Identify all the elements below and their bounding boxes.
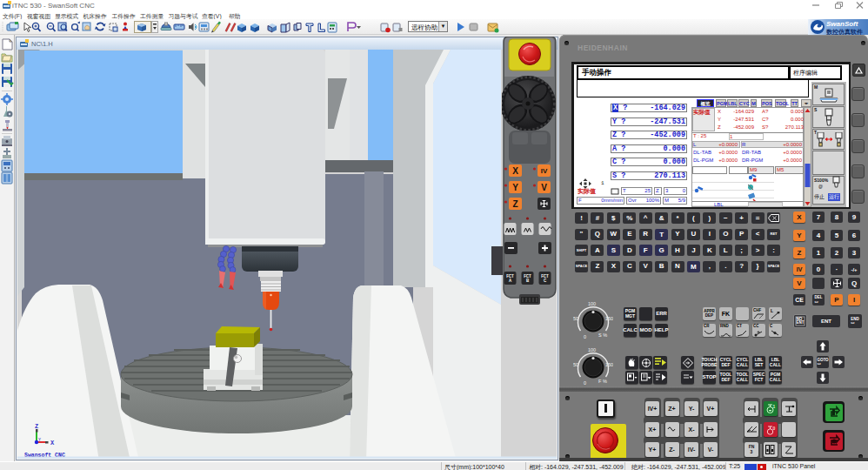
svg-text:100: 100 [588,347,596,352]
svg-text:FCT: FCT [524,274,531,279]
svg-text:FCT: FCT [541,274,549,279]
svg-text:IV: IV [541,167,548,175]
svg-text:F %: F % [598,379,607,384]
svg-text:50: 50 [573,316,578,321]
svg-text:0: 0 [584,380,586,386]
svg-text:1: 1 [773,404,776,409]
svg-text:Y: Y [38,438,41,443]
svg-text:X: X [512,166,518,176]
svg-text:Z: Z [512,199,517,209]
svg-text:50: 50 [573,362,578,367]
svg-text:NC\1.H: NC\1.H [31,40,53,48]
svg-text:V: V [541,183,547,192]
svg-text:100: 100 [588,301,596,306]
svg-text:Y: Y [512,183,518,192]
svg-text:S %: S % [598,332,607,338]
svg-text:Z: Z [35,423,38,430]
svg-text:0: 0 [773,426,776,431]
svg-text:FCT: FCT [506,274,514,279]
svg-text:150: 150 [605,316,613,321]
svg-text:150: 150 [605,362,613,367]
svg-text:0: 0 [584,334,586,339]
